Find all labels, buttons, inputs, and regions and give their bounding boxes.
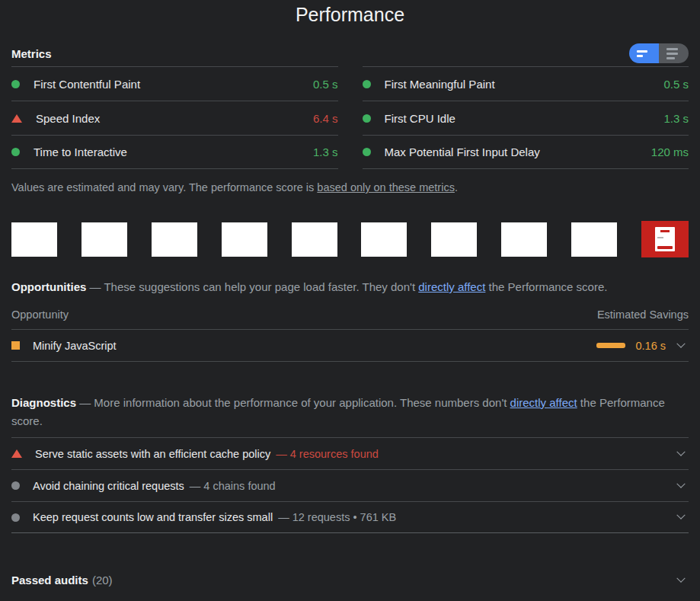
diagnostic-label: Keep request counts low and transfer siz… <box>33 511 273 523</box>
column-estimated-savings: Estimated Savings <box>597 308 689 321</box>
opportunities-title: Opportunities <box>11 280 86 293</box>
filmstrip-frame <box>571 222 617 257</box>
savings-value: 0.16 s <box>636 340 666 352</box>
diagnostics-list: Serve static assets with an efficient ca… <box>11 437 689 533</box>
metric-first-cpu-idle: First CPU Idle 1.3 s <box>363 101 689 135</box>
metrics-grid: First Contentful Paint 0.5 s Speed Index… <box>11 66 689 169</box>
metric-max-potential-fid: Max Potential First Input Delay 120 ms <box>363 135 689 169</box>
metric-first-contentful-paint: First Contentful Paint 0.5 s <box>11 66 338 101</box>
pass-icon <box>363 114 371 123</box>
opportunity-label: Minify JavaScript <box>33 340 117 352</box>
info-icon <box>11 481 20 490</box>
average-icon <box>11 341 20 350</box>
metric-time-to-interactive: Time to Interactive 1.3 s <box>11 135 338 169</box>
filmstrip-frame <box>431 222 477 257</box>
metric-label: First Contentful Paint <box>34 78 140 91</box>
filmstrip-frame <box>222 222 267 257</box>
mini-login-card <box>655 227 675 251</box>
savings-bar <box>596 343 625 348</box>
opportunity-row-minify-javascript[interactable]: Minify JavaScript 0.16 s <box>11 330 689 362</box>
filmstrip-frame <box>152 222 197 257</box>
directly-affect-link[interactable]: directly affect <box>418 280 485 293</box>
filmstrip-frame <box>292 222 337 257</box>
metrics-section-header: Metrics <box>11 43 689 63</box>
opportunities-table-header: Opportunity Estimated Savings <box>11 308 689 330</box>
opportunities-desc-suffix: the Performance score. <box>485 280 607 293</box>
diagnostic-label: Serve static assets with an efficient ca… <box>35 448 270 460</box>
diagnostic-detail: — 4 chains found <box>190 480 276 492</box>
filmstrip-frame <box>82 222 127 257</box>
diagnostics-title: Diagnostics <box>11 396 76 409</box>
metric-value: 0.5 s <box>313 78 338 91</box>
info-icon <box>11 513 20 522</box>
filmstrip-frame <box>361 222 407 257</box>
filmstrip-frame <box>501 222 547 257</box>
page-title: Performance <box>11 0 689 26</box>
metric-value: 0.5 s <box>663 78 689 91</box>
chevron-down-icon[interactable] <box>676 511 685 519</box>
fail-icon <box>11 114 22 123</box>
diagnostic-row-critical-requests[interactable]: Avoid chaining critical requests — 4 cha… <box>11 469 689 501</box>
diagnostic-detail: — 12 requests • 761 KB <box>278 511 396 523</box>
diagnostic-label: Avoid chaining critical requests <box>33 480 184 492</box>
diagnostic-detail: — 4 resources found <box>276 448 379 460</box>
disclaimer-period: . <box>455 181 458 193</box>
chevron-down-icon[interactable] <box>676 339 685 347</box>
metrics-view-toggle[interactable] <box>629 43 689 63</box>
metric-label: Time to Interactive <box>34 145 127 158</box>
chevron-down-icon[interactable] <box>676 447 685 456</box>
column-opportunity: Opportunity <box>11 308 69 321</box>
filmstrip-frame <box>11 222 57 257</box>
metric-label: First CPU Idle <box>385 112 455 125</box>
condensed-view-icon[interactable] <box>629 43 659 63</box>
chevron-down-icon[interactable] <box>676 574 685 582</box>
metrics-disclaimer: Values are estimated and may vary. The p… <box>11 181 689 193</box>
pass-icon <box>363 80 371 88</box>
diagnostic-row-request-counts[interactable]: Keep request counts low and transfer siz… <box>11 501 689 533</box>
filmstrip <box>11 221 689 257</box>
metric-label: Max Potential First Input Delay <box>385 145 540 158</box>
diagnostic-row-cache-policy[interactable]: Serve static assets with an efficient ca… <box>11 437 689 469</box>
metrics-docs-link[interactable]: based only on these metrics <box>317 181 455 193</box>
passed-audits-title: Passed audits <box>11 574 88 587</box>
directly-affect-link[interactable]: directly affect <box>510 396 577 409</box>
metric-label: Speed Index <box>36 112 100 125</box>
passed-audits-count: (20) <box>92 574 113 587</box>
diagnostics-description: Diagnostics — More information about the… <box>11 394 689 430</box>
diagnostics-desc-text: — More information about the performance… <box>76 396 510 409</box>
pass-icon <box>363 148 371 156</box>
chevron-down-icon[interactable] <box>676 479 685 488</box>
passed-audits-header[interactable]: Passed audits (20) <box>11 574 689 587</box>
fail-icon <box>11 449 22 458</box>
pass-icon <box>11 80 20 88</box>
metric-label: First Meaningful Paint <box>385 78 495 91</box>
metric-first-meaningful-paint: First Meaningful Paint 0.5 s <box>363 66 689 101</box>
filmstrip-final-frame <box>641 221 689 257</box>
metric-value: 1.3 s <box>663 112 689 125</box>
metric-value: 120 ms <box>651 145 689 158</box>
opportunities-description: Opportunities — These suggestions can he… <box>11 278 689 296</box>
metrics-title: Metrics <box>11 47 52 60</box>
pass-icon <box>11 148 20 156</box>
opportunities-desc-text: — These suggestions can help your page l… <box>86 280 418 293</box>
metric-value: 1.3 s <box>313 145 338 158</box>
metric-value: 6.4 s <box>313 112 338 125</box>
disclaimer-text: Values are estimated and may vary. The p… <box>11 181 317 193</box>
list-view-icon[interactable] <box>659 43 689 63</box>
metric-speed-index: Speed Index 6.4 s <box>11 101 338 135</box>
